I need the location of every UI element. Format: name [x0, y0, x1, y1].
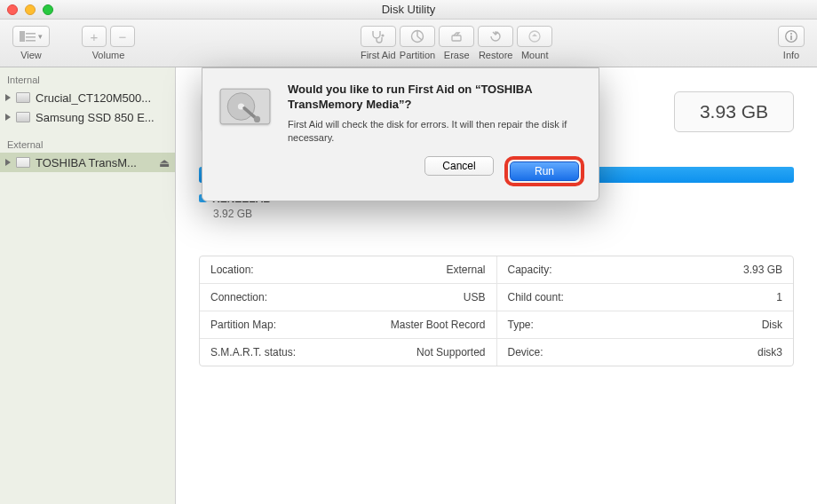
capacity-value: 3.93 GB	[674, 91, 794, 132]
cancel-button[interactable]: Cancel	[424, 156, 494, 176]
dialog-body: Would you like to run First Aid on “TOSH…	[288, 83, 584, 186]
info-label: Info	[783, 50, 799, 60]
info-val: disk3	[758, 346, 782, 358]
svg-point-18	[254, 116, 260, 122]
volume-label: Volume	[92, 50, 125, 60]
disclosure-icon[interactable]	[5, 94, 11, 101]
minus-icon: −	[119, 29, 127, 44]
eject-icon[interactable]: ⏏	[159, 156, 170, 169]
info-key: S.M.A.R.T. status:	[210, 346, 296, 358]
first-aid-button[interactable]	[361, 26, 396, 47]
minimize-icon[interactable]	[25, 4, 36, 15]
mount-label: Mount	[521, 50, 549, 60]
info-key: Child count:	[508, 291, 564, 303]
svg-rect-2	[26, 36, 36, 38]
svg-rect-10	[790, 35, 792, 40]
drive-icon	[16, 92, 30, 103]
info-key: Capacity:	[508, 264, 552, 276]
volume-add-button[interactable]: +	[82, 26, 107, 47]
dialog-title: Would you like to run First Aid on “TOSH…	[288, 83, 584, 113]
window-controls	[7, 4, 53, 15]
view-button[interactable]: ▾	[12, 26, 50, 47]
info-val: 3.93 GB	[743, 264, 782, 276]
info-key: Device:	[508, 346, 543, 358]
svg-rect-0	[20, 31, 25, 42]
erase-icon	[449, 29, 464, 43]
drive-icon	[16, 112, 30, 122]
sidebar-item-external-0[interactable]: TOSHIBA TransM... ⏏	[0, 153, 175, 172]
partition-button[interactable]	[400, 26, 435, 47]
titlebar: Disk Utility	[0, 0, 817, 20]
window-title: Disk Utility	[0, 3, 817, 16]
toolbar-view-group: ▾ View	[12, 26, 50, 60]
sidebar-section-internal: Internal	[0, 73, 175, 88]
info-val: Not Supported	[416, 346, 485, 358]
info-key: Location:	[210, 264, 254, 276]
stethoscope-icon	[370, 29, 386, 43]
mount-button[interactable]	[517, 26, 552, 47]
info-key: Type:	[508, 319, 534, 331]
toolbar-volume-group: + − Volume	[82, 26, 135, 60]
info-val: Master Boot Record	[391, 319, 486, 331]
drive-icon	[16, 157, 30, 168]
disclosure-icon[interactable]	[5, 159, 11, 166]
info-button[interactable]	[778, 26, 805, 47]
info-icon	[784, 29, 798, 43]
run-button-highlight: Run	[504, 156, 584, 186]
sidebar: Internal Crucial_CT120M500... Samsung SS…	[0, 67, 176, 504]
capacity-box: 3.93 GB	[674, 91, 794, 132]
toolbar: ▾ View + − Volume First Aid Partition	[0, 20, 817, 67]
plus-icon: +	[91, 29, 99, 44]
close-icon[interactable]	[7, 4, 18, 15]
info-grid: Location:External Capacity:3.93 GB Conne…	[199, 256, 794, 366]
sidebar-item-label: Crucial_CT120M500...	[36, 91, 170, 105]
info-val: USB	[464, 291, 486, 303]
info-key: Connection:	[210, 291, 267, 303]
run-button[interactable]: Run	[510, 161, 579, 181]
dialog-message: First Aid will check the disk for errors…	[288, 118, 584, 145]
restore-button[interactable]	[478, 26, 513, 47]
restore-icon	[488, 29, 503, 43]
first-aid-dialog: Would you like to run First Aid on “TOSH…	[202, 67, 599, 201]
first-aid-label: First Aid	[361, 50, 396, 60]
sidebar-item-internal-1[interactable]: Samsung SSD 850 E...	[0, 107, 175, 127]
maximize-icon[interactable]	[43, 4, 53, 15]
sidebar-item-internal-0[interactable]: Crucial_CT120M500...	[0, 88, 175, 107]
info-val: Disk	[762, 319, 782, 331]
erase-label: Erase	[444, 50, 470, 60]
erase-button[interactable]	[439, 26, 474, 47]
sidebar-section-external: External	[0, 138, 175, 153]
toolbar-info-group: Info	[778, 26, 805, 60]
disclosure-icon[interactable]	[5, 114, 11, 121]
restore-label: Restore	[479, 50, 513, 60]
partition-label: Partition	[400, 50, 435, 60]
info-key: Partition Map:	[210, 319, 276, 331]
partition-size: 3.92 GB	[213, 208, 794, 220]
volume-remove-button[interactable]: −	[110, 26, 135, 47]
svg-point-4	[381, 34, 384, 36]
pie-icon	[410, 29, 424, 43]
svg-rect-1	[26, 33, 36, 35]
mount-icon	[527, 29, 542, 43]
svg-rect-6	[452, 35, 461, 41]
svg-point-9	[790, 33, 792, 35]
info-val: External	[446, 264, 485, 276]
view-label: View	[20, 50, 42, 60]
info-val: 1	[776, 291, 782, 303]
sidebar-item-label: Samsung SSD 850 E...	[36, 111, 170, 124]
svg-rect-3	[26, 40, 36, 42]
sidebar-item-label: TOSHIBA TransM...	[36, 156, 154, 169]
dialog-buttons: Cancel Run	[288, 156, 584, 186]
drive-icon	[217, 83, 274, 130]
